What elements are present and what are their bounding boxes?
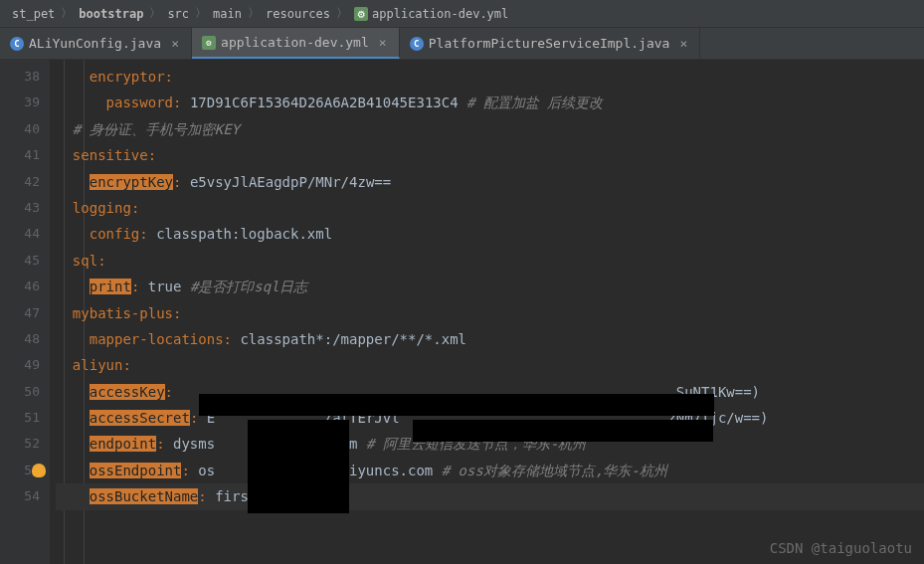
breadcrumb-item[interactable]: ⚙application-dev.yml	[350, 7, 512, 21]
code-token-colon: :	[198, 488, 215, 504]
breadcrumb-item[interactable]: resources	[262, 7, 334, 21]
editor: 3839404142434445464748495051525354 encry…	[0, 60, 924, 564]
editor-tab[interactable]: ⚙application-dev.yml×	[192, 28, 400, 59]
code-line[interactable]: sql:	[56, 248, 924, 274]
code-token-colon: :	[165, 69, 173, 85]
code-token-key-hl: accessKey	[90, 384, 165, 400]
close-icon[interactable]: ×	[169, 38, 181, 50]
code-token-comment: # 配置加盐 后续更改	[466, 94, 603, 110]
close-icon[interactable]: ×	[677, 38, 689, 50]
yml-file-icon: ⚙	[354, 7, 368, 21]
breadcrumb-separator: 〉	[149, 5, 161, 22]
code-token-val: classpath*:/mapper/**/*.xml	[240, 331, 466, 347]
code-token-key-hl: endpoint	[90, 436, 156, 452]
code-token-key: sql	[73, 253, 97, 269]
code-token-colon: :	[173, 174, 190, 190]
line-number: 49	[0, 352, 40, 378]
redaction-block	[248, 420, 349, 513]
code-token-key: logging	[73, 200, 131, 216]
breadcrumb-separator: 〉	[248, 5, 260, 22]
code-token-comment: # 身份证、手机号加密KEY	[73, 121, 240, 137]
code-token-colon: :	[131, 200, 139, 216]
tab-label: PlatformPictureServiceImpl.java	[429, 36, 670, 51]
code-line[interactable]: sensitive:	[56, 142, 924, 168]
code-line[interactable]: encryptor:	[56, 64, 924, 90]
code-token-key: mapper-locations	[90, 331, 224, 347]
code-token-comment: # oss对象存储地域节点,华东-杭州	[442, 463, 667, 478]
line-number: 40	[0, 116, 40, 142]
breadcrumb-separator: 〉	[336, 5, 348, 22]
lightbulb-icon[interactable]	[32, 464, 46, 477]
code-token-key: aliyun	[73, 357, 123, 373]
editor-tab[interactable]: CALiYunConfig.java×	[0, 28, 192, 59]
code-token-colon: :	[173, 94, 190, 110]
line-number: 51	[0, 405, 40, 431]
code-token-key: mybatis-plus	[73, 305, 173, 321]
breadcrumb-item[interactable]: src	[163, 7, 193, 21]
code-token-val: e5vsyJlAEagdpP/MNr/4zw==	[190, 174, 391, 190]
java-file-icon: C	[10, 37, 24, 51]
line-number: 47	[0, 300, 40, 326]
code-token-key: password	[106, 94, 173, 110]
code-line[interactable]: config: classpath:logback.xml	[56, 221, 924, 247]
tab-label: ALiYunConfig.java	[29, 36, 161, 51]
code-token-key: encryptor	[90, 69, 165, 85]
line-number: 41	[0, 142, 40, 168]
breadcrumbs: st_pet〉bootstrap〉src〉main〉resources〉⚙app…	[0, 0, 924, 28]
redaction-block	[199, 394, 714, 416]
code-token-colon: :	[139, 226, 156, 242]
code-token-colon: :	[156, 436, 173, 452]
code-line[interactable]: logging:	[56, 195, 924, 221]
line-gutter: 3839404142434445464748495051525354	[0, 60, 50, 564]
watermark: CSDN @taiguolaotu	[770, 540, 912, 556]
code-line[interactable]: password: 17D91C6F15364D26A6A2B41045E313…	[56, 90, 924, 115]
code-token-val: classpath:logback.xml	[156, 226, 332, 242]
code-line[interactable]: print: true #是否打印sql日志	[56, 274, 924, 299]
line-number: 39	[0, 90, 40, 115]
code-token-key-hl: print	[90, 279, 131, 294]
redaction-block	[413, 420, 713, 442]
breadcrumb-separator: 〉	[195, 5, 207, 22]
code-token-colon: :	[165, 384, 182, 400]
line-number: 52	[0, 431, 40, 457]
line-number: 50	[0, 379, 40, 405]
breadcrumb-item[interactable]: st_pet	[8, 7, 59, 21]
line-number: 45	[0, 248, 40, 274]
line-number: 38	[0, 64, 40, 90]
code-line[interactable]: # 身份证、手机号加密KEY	[56, 116, 924, 142]
line-number: 54	[0, 483, 40, 509]
code-line[interactable]: ossBucketName: first-pet-dev	[56, 483, 924, 509]
code-token-comment: #是否打印sql日志	[190, 279, 307, 294]
code-token-key: sensitive	[73, 147, 148, 163]
line-number: 43	[0, 195, 40, 221]
java-file-icon: C	[410, 37, 424, 51]
code-line[interactable]: ossEndpoint: os ou.aliyuncs.com # oss对象存…	[56, 458, 924, 483]
code-token-key-hl: ossBucketName	[90, 488, 199, 504]
editor-tabs: CALiYunConfig.java×⚙application-dev.yml×…	[0, 28, 924, 60]
code-token-key: config	[90, 226, 140, 242]
code-line[interactable]: mybatis-plus:	[56, 300, 924, 326]
line-number: 44	[0, 221, 40, 247]
breadcrumb-item[interactable]: main	[209, 7, 246, 21]
code-token-key-hl: encryptKey	[90, 174, 173, 190]
code-token-colon: :	[224, 331, 241, 347]
code-token-colon: :	[122, 357, 130, 373]
code-token-key-hl: ossEndpoint	[90, 463, 182, 478]
code-token-val: 17D91C6F15364D26A6A2B41045E313C4	[190, 94, 466, 110]
yml-file-icon: ⚙	[202, 36, 216, 50]
line-number: 48	[0, 326, 40, 352]
tab-label: application-dev.yml	[221, 35, 369, 50]
code-area[interactable]: encryptor: password: 17D91C6F15364D26A6A…	[50, 60, 924, 564]
code-token-colon: :	[97, 253, 105, 269]
code-line[interactable]: encryptKey: e5vsyJlAEagdpP/MNr/4zw==	[56, 169, 924, 195]
code-line[interactable]: aliyun:	[56, 352, 924, 378]
editor-tab[interactable]: CPlatformPictureServiceImpl.java×	[400, 28, 701, 59]
line-number: 42	[0, 169, 40, 195]
close-icon[interactable]: ×	[377, 37, 389, 49]
breadcrumb-item[interactable]: bootstrap	[75, 7, 147, 21]
breadcrumb-separator: 〉	[61, 5, 73, 22]
code-token-colon: :	[173, 305, 181, 321]
code-line[interactable]: mapper-locations: classpath*:/mapper/**/…	[56, 326, 924, 352]
line-number: 46	[0, 274, 40, 299]
line-number: 53	[0, 458, 40, 483]
